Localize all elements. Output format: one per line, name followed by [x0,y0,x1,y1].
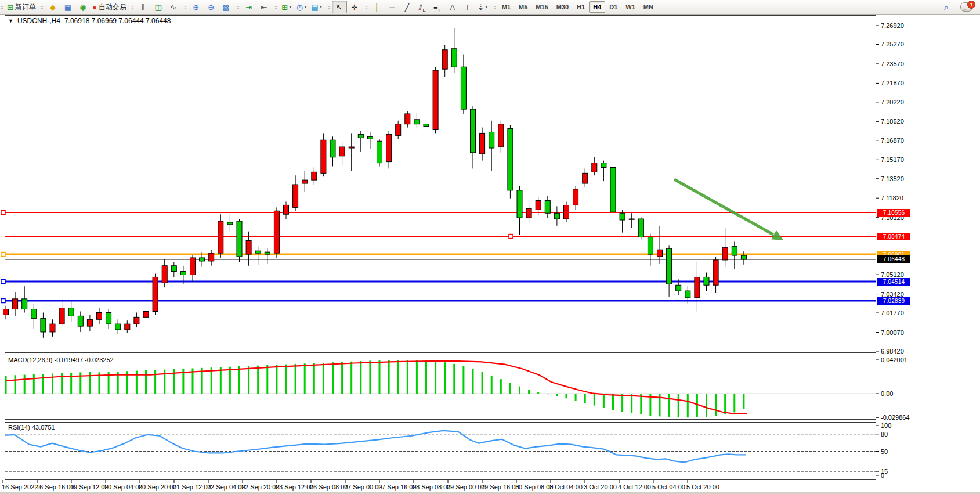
price-level-badge: 7.04514 [877,278,910,286]
price-axis-tick: 7.11820 [881,194,903,201]
date-axis-label: 27 Sep 16:00 [378,484,416,491]
price-axis-tick: 7.18520 [881,118,904,125]
price-axis-tick: 7.15170 [881,156,904,163]
chart-ohlc-values: 7.06918 7.06969 7.06444 7.06448 [64,17,171,25]
date-axis-label: 5 Oct 20:00 [686,484,719,491]
date-axis-label: 16 Sep 16:00 [36,484,74,491]
current-price-badge: 7.06448 [877,255,910,263]
date-axis-label: 29 Sep 16:00 [481,484,519,491]
price-axis-tick: 7.23570 [881,60,904,67]
date-axis-label: 22 Sep 04:00 [207,484,245,491]
date-axis-label: 19 Sep 12:00 [70,484,108,491]
price-axis-tick: 7.21870 [881,80,904,86]
date-axis-label: 16 Sep 2022 [2,484,38,491]
rsi-axis-tick: 80 [881,431,888,438]
chart-canvas [0,0,980,494]
rsi-axis-tick: 50 [881,448,888,455]
date-axis-label: 3 Oct 04:00 [549,484,583,491]
date-axis-label: 29 Sep 00:00 [447,484,484,491]
macd-label: MACD(12,26,9) -0.019497 -0.023252 [8,356,114,363]
date-axis-label: 21 Sep 12:00 [173,484,211,491]
price-level-badge: 7.02839 [877,297,910,305]
price-axis-tick: 7.01770 [881,309,904,316]
rsi-axis-tick: 100 [881,422,891,429]
candles-layer [3,28,747,337]
chart-symbol-period: USDCNH-,H4 [17,17,60,25]
trend-arrow [674,179,783,240]
macd-axis-tick: 0.00 [881,390,893,397]
chart-title: ▼ USDCNH-,H4 7.06918 7.06969 7.06444 7.0… [8,17,171,25]
macd-axis-tick: -0.029864 [881,414,910,421]
date-axis-label: 27 Sep 00:00 [344,484,382,491]
date-axis-label: 4 Oct 12:00 [618,484,651,491]
collapse-icon[interactable]: ▼ [8,18,13,24]
rsi-label: RSI(14) 43.0751 [8,424,55,431]
rsi-axis-tick: 0 [881,472,884,479]
price-axis-tick: 7.25270 [881,41,904,48]
macd-histogram-layer [5,360,745,417]
price-axis-tick: 7.00070 [881,329,904,336]
date-axis-label: 5 Oct 04:00 [652,484,685,491]
price-axis-tick: 7.13520 [881,175,904,182]
macd-signal-line [6,361,747,414]
date-axis-label: 26 Sep 08:00 [310,484,348,491]
rsi-line [5,431,746,462]
date-axis-label: 20 Sep 04:00 [104,484,142,491]
date-axis-label: 23 Sep 12:00 [276,484,313,491]
date-axis-label: 22 Sep 20:00 [241,484,279,491]
macd-axis-tick: 0.042001 [881,356,907,363]
price-axis-tick: 7.05120 [881,271,904,278]
price-axis-tick: 6.98420 [881,348,904,355]
price-axis-tick: 7.20220 [881,99,904,106]
mt4-window: ⊞新订单◆▦◉●自动交易⫴◫∿⊕⊖▩⇥⇤⊞▾◷▾▤▾↖✛│─╱⫽E≡FAT⇣▾M… [0,0,980,494]
price-level-badge: 7.08474 [877,233,910,240]
price-axis-tick: 7.26920 [881,22,904,29]
date-axis-label: 20 Sep 20:00 [139,484,176,491]
date-axis-label: 3 Oct 20:00 [584,484,617,491]
date-axis-label: 28 Sep 08:00 [413,484,450,491]
price-level-badge: 7.10556 [877,209,910,217]
price-axis-tick: 7.16870 [881,137,904,144]
date-axis-label: 30 Sep 08:00 [515,484,553,491]
